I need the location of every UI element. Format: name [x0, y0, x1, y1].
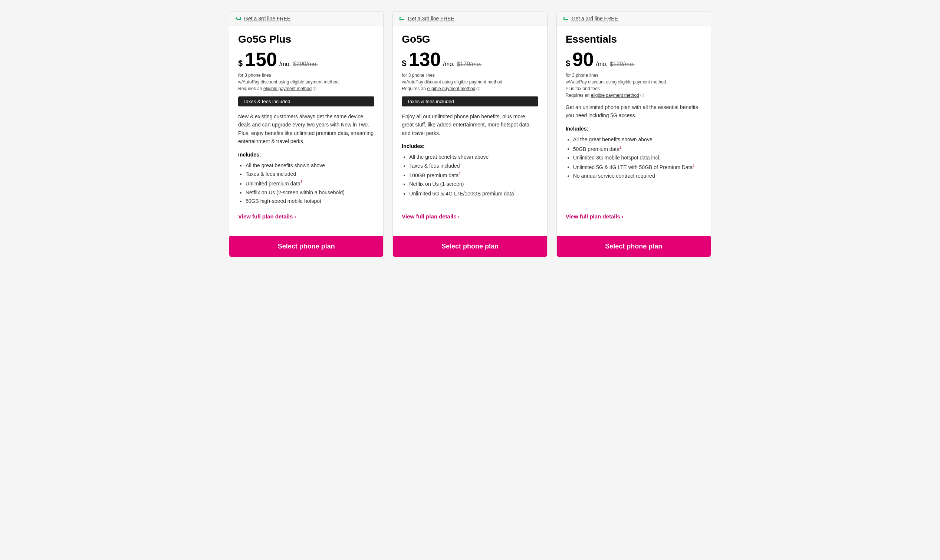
benefit-item: No annual service contract required [573, 172, 702, 181]
promo-text[interactable]: Get a 3rd line FREE [244, 15, 291, 22]
select-plan-button[interactable]: Select phone plan [557, 236, 711, 257]
tag-icon: 🏷 [235, 15, 241, 22]
benefit-item: 50GB high-speed mobile hotspot [246, 197, 374, 206]
benefit-item: 50GB premium data1 [573, 144, 702, 154]
benefit-item: Unlimited 5G & 4G LTE/100GB premium data… [409, 189, 538, 198]
includes-heading: Includes: [402, 143, 538, 149]
benefit-item: All the great benefits shown above [573, 135, 702, 144]
price-dollar-sign: $ [402, 59, 406, 68]
plan-name: Go5G [402, 33, 538, 45]
benefit-item: Unlimited 5G & 4G LTE with 50GB of Premi… [573, 162, 702, 172]
view-details-text: View full plan details [402, 213, 456, 220]
eligible-payment-link[interactable]: eligible payment method [591, 93, 639, 98]
benefit-item: Taxes & fees included [246, 170, 374, 179]
promo-banner: 🏷Get a 3rd line FREE [557, 11, 711, 26]
promo-banner: 🏷Get a 3rd line FREE [229, 11, 383, 26]
price-dollar-sign: $ [566, 59, 570, 68]
chevron-right-icon: › [458, 214, 460, 220]
promo-text[interactable]: Get a 3rd line FREE [572, 15, 618, 22]
plan-name: Essentials [566, 33, 702, 45]
promo-banner: 🏷Get a 3rd line FREE [393, 11, 547, 26]
plan-name: Go5G Plus [238, 33, 374, 45]
benefits-list: All the great benefits shown aboveTaxes … [402, 153, 538, 198]
tag-icon: 🏷 [399, 15, 405, 22]
plans-container: 🏷Get a 3rd line FREEGo5G Plus$150/mo.$20… [229, 11, 711, 257]
info-icon: ⓘ [312, 87, 317, 91]
price-row: $130/mo.$170/mo. [402, 50, 538, 69]
benefit-item: Unlimited premium data1 [246, 179, 374, 188]
benefit-item: Netflix on Us (1-screen) [409, 180, 538, 189]
plan-card-inner: Go5G$130/mo.$170/mo.for 3 phone linesw/A… [393, 26, 547, 236]
price-original: $120/mo. [610, 61, 635, 68]
select-plan-button[interactable]: Select phone plan [229, 236, 383, 257]
benefit-item: Taxes & fees included [409, 162, 538, 171]
view-details-link[interactable]: View full plan details › [402, 213, 538, 220]
benefit-item: All the great benefits shown above [246, 162, 374, 170]
info-icon: ⓘ [475, 87, 480, 91]
price-per-mo: /mo. [279, 61, 291, 68]
view-details-text: View full plan details [238, 213, 293, 220]
price-note: for 3 phone linesw/AutoPay discount usin… [402, 72, 538, 92]
plan-description: Get an unlimited phone plan with all the… [566, 103, 702, 120]
benefit-item: All the great benefits shown above [409, 153, 538, 162]
chevron-right-icon: › [294, 214, 296, 220]
plan-card-inner: Essentials$90/mo.$120/mo.for 3 phone lin… [557, 26, 711, 236]
plan-card-inner: Go5G Plus$150/mo.$200/mo.for 3 phone lin… [229, 26, 383, 236]
price-amount: 130 [409, 50, 441, 69]
benefit-item: Netflix on Us (2-screen within a househo… [246, 188, 374, 197]
chevron-right-icon: › [622, 214, 623, 220]
price-original: $170/mo. [457, 61, 482, 68]
plan-card-essentials: 🏷Get a 3rd line FREEEssentials$90/mo.$12… [557, 11, 711, 257]
price-amount: 150 [245, 50, 277, 69]
includes-heading: Includes: [566, 126, 702, 132]
promo-text[interactable]: Get a 3rd line FREE [408, 15, 454, 22]
benefits-list: All the great benefits shown aboveTaxes … [238, 162, 374, 206]
price-per-mo: /mo. [596, 61, 608, 68]
view-details-link[interactable]: View full plan details › [566, 213, 702, 220]
select-plan-button[interactable]: Select phone plan [393, 236, 547, 257]
price-original: $200/mo. [293, 61, 318, 68]
benefit-item: Unlimited 3G mobile hotspot data incl. [573, 154, 702, 162]
price-amount: 90 [572, 50, 594, 69]
benefits-list: All the great benefits shown above50GB p… [566, 135, 702, 181]
price-note: for 3 phone linesw/AutoPay discount usin… [566, 72, 702, 98]
price-dollar-sign: $ [238, 59, 243, 68]
price-per-mo: /mo. [443, 61, 454, 68]
benefit-item: 100GB premium data1 [409, 171, 538, 180]
plan-card-go5g: 🏷Get a 3rd line FREEGo5G$130/mo.$170/mo.… [392, 11, 547, 257]
info-icon: ⓘ [639, 94, 644, 97]
plan-card-go5g-plus: 🏷Get a 3rd line FREEGo5G Plus$150/mo.$20… [229, 11, 383, 257]
eligible-payment-link[interactable]: eligible payment method [427, 86, 475, 91]
plan-description: New & existing customers always get the … [238, 112, 374, 146]
tag-icon: 🏷 [563, 15, 569, 22]
taxes-badge: Taxes & fees included [402, 97, 538, 106]
price-row: $90/mo.$120/mo. [566, 50, 702, 69]
view-details-link[interactable]: View full plan details › [238, 213, 374, 220]
plan-description: Enjoy all our unlimited phone plan benef… [402, 112, 538, 137]
price-note: for 3 phone linesw/AutoPay discount usin… [238, 72, 374, 92]
price-row: $150/mo.$200/mo. [238, 50, 374, 69]
eligible-payment-link[interactable]: eligible payment method [263, 86, 312, 91]
view-details-text: View full plan details [566, 213, 620, 220]
includes-heading: Includes: [238, 152, 374, 158]
taxes-badge: Taxes & fees included [238, 97, 374, 106]
